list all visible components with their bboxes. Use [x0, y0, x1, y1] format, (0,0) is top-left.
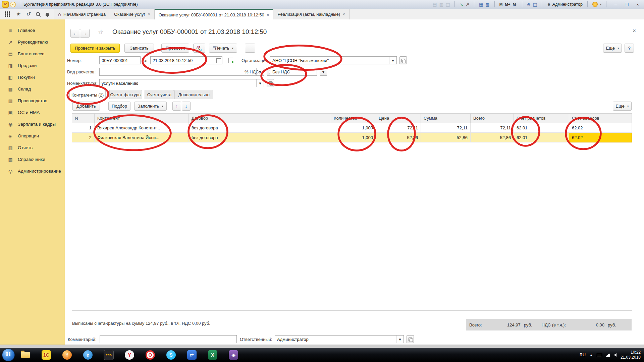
tab-invoices[interactable]: Счета-фактуры [109, 90, 142, 99]
display-tray-icon[interactable] [597, 353, 602, 357]
cell-sum[interactable]: 72,11 [421, 123, 471, 133]
cell-quantity[interactable]: 1,000 [331, 133, 376, 142]
cell-total[interactable]: 52,86 [471, 133, 514, 142]
minimize-button[interactable]: – [611, 1, 620, 8]
tab-accounts[interactable]: Счета учета [145, 90, 174, 99]
cell-price[interactable]: 72,11 [376, 123, 421, 133]
info-dropdown-icon[interactable]: ▾ [600, 3, 601, 6]
cell-sum[interactable]: 52,86 [421, 133, 471, 142]
organization-input[interactable]: АНО "ЦСОН "Безымянский" ▾ [270, 56, 397, 64]
cell-advance-account-selected[interactable]: 62.02 [569, 133, 632, 142]
sidebar-item-purchases[interactable]: Покупки [0, 71, 65, 83]
cell-quantity[interactable]: 1,000 [331, 123, 376, 133]
taskbar-1c[interactable]: 1С [39, 349, 54, 361]
pick-button[interactable]: Подбор [108, 102, 130, 111]
print-preview-icon[interactable]: ◰ [446, 2, 450, 7]
col-sum[interactable]: Сумма [421, 114, 471, 123]
sidebar-item-production[interactable]: Производство [0, 95, 65, 107]
split-view-icon[interactable]: ◫ [533, 2, 537, 7]
taskbar-yandex[interactable]: Y [122, 349, 137, 361]
memory-mminus-button[interactable]: M- [513, 2, 517, 6]
close-tab-icon[interactable] [148, 12, 150, 17]
current-user[interactable]: Администратор [547, 2, 583, 7]
cell-contract[interactable]: без договора [189, 123, 331, 133]
table-row[interactable]: 1 Вяхирев Александр Констант... без дого… [72, 123, 632, 133]
cell-settlement-account[interactable]: 62.01 [514, 123, 569, 133]
refresh-number-icon[interactable] [228, 58, 233, 63]
cell-n[interactable]: 1 [72, 123, 95, 133]
sidebar-item-warehouse[interactable]: Склад [0, 83, 65, 95]
comment-input[interactable] [100, 335, 237, 343]
favorite-star-icon[interactable] [97, 28, 103, 36]
taskbar-photo-app[interactable]: ◉ [226, 349, 241, 361]
print-button[interactable]: Печать [209, 44, 237, 53]
responsible-input[interactable]: Администратор ▾ [275, 335, 404, 343]
print-icon[interactable]: ▥ [439, 2, 443, 7]
col-advance-account[interactable]: Счет авансов [569, 114, 632, 123]
taskbar-messenger[interactable]: ⇄ [184, 349, 199, 361]
tab-realization[interactable]: Реализация (акты, накладные) [273, 9, 349, 19]
hidden-icons-arrow-icon[interactable]: ▲ [590, 353, 593, 357]
main-menu-dropdown-icon[interactable]: ▾ [10, 2, 16, 7]
cell-contractor[interactable]: Филковская Валентина Йоси... [95, 133, 189, 142]
search-icon[interactable] [36, 12, 40, 16]
tab-services-list[interactable]: Оказание услуг [110, 9, 155, 19]
sidebar-item-operations[interactable]: Операции [0, 130, 65, 142]
date-input[interactable]: 21.03.2018 10:12:50 [150, 56, 222, 64]
sidebar-item-manager[interactable]: Руководителю [0, 36, 65, 48]
cell-advance-account[interactable]: 62.02 [569, 123, 632, 133]
cell-contractor[interactable]: Вяхирев Александр Констант... [95, 123, 189, 133]
responsible-open-button[interactable] [407, 335, 414, 343]
organization-open-button[interactable] [399, 56, 407, 64]
cell-contract[interactable]: без договора [189, 133, 331, 142]
cell-price[interactable]: 52,86 [376, 133, 421, 142]
col-n[interactable]: N [72, 114, 95, 123]
sidebar-item-fixed-assets[interactable]: ОС и НМА [0, 107, 65, 118]
col-contract[interactable]: Договор [189, 114, 331, 123]
taskbar-opera[interactable]: O [143, 349, 158, 361]
cell-total[interactable]: 72,11 [471, 123, 514, 133]
history-icon[interactable] [26, 11, 30, 17]
nomenclature-dropdown-icon[interactable]: ▾ [256, 79, 264, 87]
sidebar-item-reports[interactable]: Отчеты [0, 142, 65, 154]
fill-button[interactable]: Заполнить [134, 102, 167, 111]
sidebar-item-sales[interactable]: Продажи [0, 60, 65, 71]
table-empty-area[interactable] [72, 142, 632, 311]
more-button[interactable]: Еще [603, 44, 622, 53]
nomenclature-input[interactable]: услуги населению ▾ [99, 79, 264, 87]
calc-type-input[interactable]: ▾ [99, 68, 264, 76]
language-indicator[interactable]: RU [580, 353, 586, 357]
info-icon[interactable]: i [592, 2, 598, 7]
taskbar-explorer[interactable] [18, 349, 33, 361]
move-row-down-button[interactable] [182, 102, 191, 111]
save-icon[interactable]: ▤ [433, 2, 437, 7]
col-contractor[interactable]: Контрагент [95, 114, 189, 123]
tray-clock[interactable]: 10:22 21.03.2018 [621, 350, 641, 360]
go-link-icon[interactable]: ↗ [466, 2, 469, 7]
col-quantity[interactable]: Количество [331, 114, 376, 123]
taskbar-firefox[interactable]: f [60, 349, 74, 361]
col-settlement-account[interactable]: Счет расчетов [514, 114, 569, 123]
help-button[interactable]: ? [625, 44, 634, 53]
cell-n[interactable]: 2 [72, 133, 95, 142]
calculator-icon[interactable]: ▦ [479, 2, 483, 7]
zoom-icon[interactable]: ⊕ [527, 2, 531, 7]
start-button[interactable] [2, 349, 15, 361]
dtkt-postings-button[interactable]: ДтКт [193, 44, 205, 53]
tab-additional[interactable]: Дополнительно [174, 90, 213, 99]
nomenclature-open-button[interactable] [267, 79, 274, 87]
taskbar-excel[interactable]: X [205, 349, 220, 361]
post-button[interactable]: Провести [161, 44, 189, 53]
memory-m-button[interactable]: M [499, 2, 503, 6]
responsible-dropdown-icon[interactable]: ▾ [396, 336, 404, 343]
close-form-icon[interactable]: × [633, 27, 636, 34]
memory-mplus-button[interactable]: M+ [505, 2, 510, 6]
close-tab-icon[interactable] [342, 12, 345, 17]
network-signal-icon[interactable] [606, 354, 610, 357]
vat-input[interactable]: Без НДС [270, 68, 317, 76]
sidebar-item-bank-cash[interactable]: Банк и касса [0, 48, 65, 60]
tab-contractors[interactable]: Контрагенты (2) [69, 90, 106, 100]
col-total[interactable]: Всего [471, 114, 514, 123]
col-price[interactable]: Цена [376, 114, 421, 123]
show-in-list-button[interactable] [245, 44, 255, 53]
